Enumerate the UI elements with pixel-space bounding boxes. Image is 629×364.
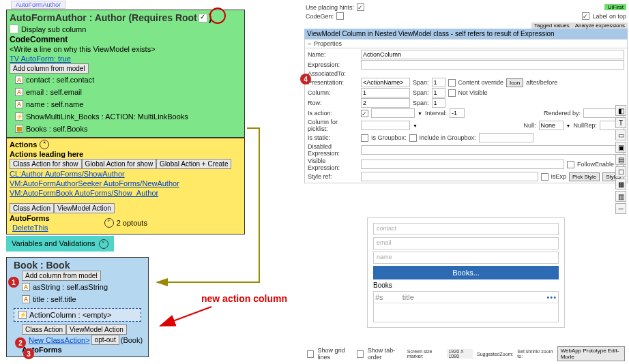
show-tab-order-label: Show tab-order xyxy=(368,347,403,361)
content-override-checkbox[interactable] xyxy=(448,79,456,87)
global-action-create-button[interactable]: Global Action + Create xyxy=(156,159,231,169)
visible-expr-input[interactable] xyxy=(361,160,564,169)
tool-1-icon[interactable]: ◧ xyxy=(615,105,626,116)
span-label-3: Span: xyxy=(413,100,429,106)
global-action-for-show-button[interactable]: Global Action for show xyxy=(82,159,157,169)
optouts-caret-icon[interactable]: ˅ xyxy=(104,218,114,228)
book-field-asstring[interactable]: A asString : self.asString xyxy=(10,281,145,293)
not-visible-checkbox[interactable] xyxy=(448,89,456,97)
include-groupbox-label: Include in Groupbox: xyxy=(420,134,476,141)
attribute-icon: A xyxy=(22,295,30,303)
field-name[interactable]: A name : self.name xyxy=(10,98,242,110)
prop-name-label: Name: xyxy=(308,51,358,58)
new-classaction-link[interactable]: New ClassAction> xyxy=(29,336,90,344)
display-sub-checkbox[interactable] xyxy=(10,25,18,33)
book-class-action-button[interactable]: Class Action xyxy=(22,324,66,335)
book-field-asstring-label: asString : self.asString xyxy=(33,283,108,291)
prop-expr-input[interactable] xyxy=(361,60,624,70)
book-title: Book : Book xyxy=(10,260,145,271)
deletethis-link[interactable]: DeleteThis xyxy=(10,223,50,232)
span-input-1[interactable] xyxy=(432,78,445,87)
book-field-title-label: title : self.title xyxy=(33,295,76,303)
tool-8-icon[interactable]: ▥ xyxy=(615,191,626,202)
style-ref-input[interactable] xyxy=(361,172,538,181)
preview-books-button[interactable]: Books... xyxy=(373,266,559,279)
pick-style-button[interactable]: Pick Style xyxy=(569,172,600,181)
show-tab-order-checkbox[interactable] xyxy=(357,350,364,358)
use-placing-label: Use placing hints: xyxy=(306,4,354,11)
is-groupbox-checkbox[interactable] xyxy=(409,134,417,142)
include-groupbox-input[interactable] xyxy=(479,133,533,142)
tagged-values-button[interactable]: Tagged values xyxy=(531,22,572,29)
tool-9-icon[interactable]: ─ xyxy=(615,203,626,214)
actions-header: Actions xyxy=(10,140,37,149)
null-label: Null: xyxy=(524,122,536,129)
field-showmulti[interactable]: ⚡ ShowMultiLink_Books : ACTION: MultiLin… xyxy=(10,110,242,123)
colpick-input[interactable] xyxy=(361,121,410,130)
column-input[interactable] xyxy=(361,88,410,97)
book-section: Book : Book Add column from model A asSt… xyxy=(6,257,149,357)
rendered-by-label: Rendered by: xyxy=(544,110,581,117)
tool-7-icon[interactable]: ▦ xyxy=(615,179,626,189)
field-books[interactable]: ▦ Books : self.Books xyxy=(10,123,242,135)
preview-contact-field[interactable]: contact xyxy=(373,223,559,235)
link-showauthor[interactable]: CL:Author AutoForms/ShowAuthor xyxy=(10,169,242,179)
add-column-button[interactable]: Add column from model xyxy=(10,63,89,74)
codegen-checkbox[interactable] xyxy=(336,12,344,20)
right-pane: Use placing hints: UIFirst CodeGen: Labe… xyxy=(304,3,628,328)
field-contact[interactable]: A contact : self.contact xyxy=(10,74,242,86)
disabled-expr-input[interactable] xyxy=(361,145,624,155)
webapp-edit-mode-button[interactable]: WebApp Prototype Edit-Mode xyxy=(557,346,625,361)
action-column-row[interactable]: ⚡ ActionColumn : <empty> xyxy=(14,308,141,322)
prop-expr-label: Expression: xyxy=(308,61,358,68)
action-icon: ⚡ xyxy=(18,311,27,319)
null-select[interactable] xyxy=(539,121,564,130)
field-email[interactable]: A email : self.email xyxy=(10,86,242,98)
class-action-button[interactable]: Class Action xyxy=(10,203,54,213)
is-action-select[interactable] xyxy=(371,108,415,118)
grid-menu-icon[interactable]: ••• xyxy=(546,293,557,301)
show-grid-checkbox[interactable] xyxy=(307,350,314,358)
preview-email-field[interactable]: email xyxy=(373,237,559,249)
properties-collapse-icon[interactable]: – xyxy=(306,40,312,47)
isexp-label: IsExp xyxy=(551,173,567,180)
is-static-checkbox[interactable] xyxy=(361,134,368,142)
actions-caret-icon[interactable]: ˄ xyxy=(40,140,49,149)
tool-text-icon[interactable]: T xyxy=(615,117,626,128)
tool-5-icon[interactable]: ▤ xyxy=(615,154,626,165)
opt-out-button[interactable]: opt-out xyxy=(91,335,119,345)
icon-button[interactable]: Icon xyxy=(506,78,523,87)
row-input[interactable] xyxy=(361,98,410,108)
analyze-expr-button[interactable]: Analyze expressions xyxy=(572,22,628,29)
label-on-top-checkbox[interactable] xyxy=(582,12,589,20)
grid-icon: ▦ xyxy=(15,125,23,133)
class-action-for-show-button[interactable]: Class Action for show xyxy=(10,159,82,169)
interval-input[interactable] xyxy=(450,108,465,118)
preview-books-grid[interactable]: #s title ••• xyxy=(373,291,559,322)
prop-name-input[interactable] xyxy=(361,50,624,59)
isexp-checkbox[interactable] xyxy=(541,173,548,181)
book-viewmodel-action-button[interactable]: ViewModel Action xyxy=(66,324,127,335)
tv-autoform-link[interactable]: TV AutoForm: true xyxy=(10,54,242,63)
span-input-2[interactable] xyxy=(432,88,445,97)
use-placing-checkbox[interactable] xyxy=(357,3,364,11)
book-field-title[interactable]: A title : self.title xyxy=(10,293,145,305)
requires-root-checkbox[interactable]: ✓ xyxy=(199,14,207,22)
follow-enable-checkbox[interactable] xyxy=(567,161,574,168)
preview-name-field[interactable]: name xyxy=(373,252,559,264)
book-add-column-button[interactable]: Add column from model xyxy=(22,271,101,281)
tab-autoformauthor[interactable]: AutoFormAuthor xyxy=(11,1,65,9)
tool-3-icon[interactable]: ▭ xyxy=(615,130,626,140)
link-newauthor[interactable]: VM:AutoFormAuthorSeeker AutoForms/NewAut… xyxy=(10,179,242,188)
viewmodel-action-button[interactable]: ViewModel Action xyxy=(54,203,115,213)
prop-visible-label: Visible Expression: xyxy=(308,157,358,171)
variables-section[interactable]: Variables and Validations ˅ xyxy=(6,236,114,252)
variables-caret-icon[interactable]: ˅ xyxy=(99,239,108,249)
tool-6-icon[interactable]: ☐ xyxy=(615,166,626,177)
link-show-author[interactable]: VM:AutoFormBook AutoForms/Show_Author xyxy=(10,188,242,198)
is-action-checkbox[interactable] xyxy=(361,110,368,117)
label-on-top-label: Label on top xyxy=(592,13,626,20)
span-input-3[interactable] xyxy=(432,98,445,108)
prop-pres-input[interactable] xyxy=(361,78,410,87)
tool-4-icon[interactable]: ▣ xyxy=(615,142,626,153)
